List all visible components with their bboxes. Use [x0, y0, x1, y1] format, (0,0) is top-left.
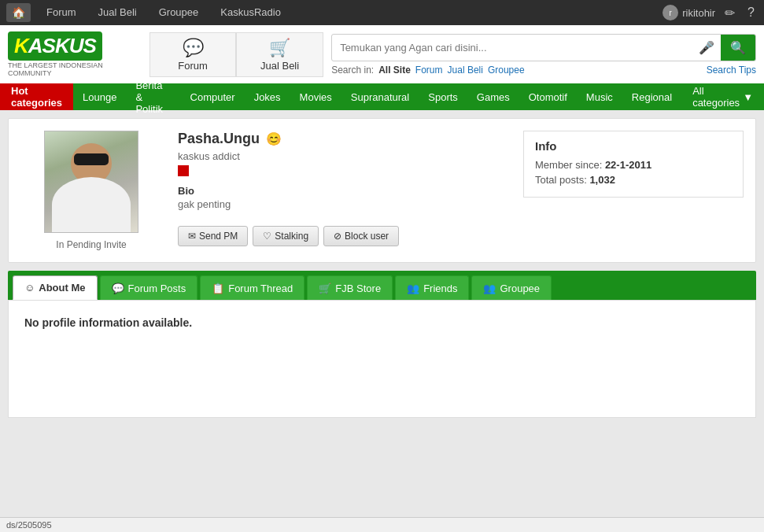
cat-regional[interactable]: Regional [622, 83, 681, 110]
tab-about-me[interactable]: ☺ About Me [13, 275, 98, 300]
logo[interactable]: KASKUS THE LARGEST INDONESIAN COMMUNITY [8, 31, 142, 77]
profile-center: Pasha.Ungu 😊 kaskus addict Bio gak penti… [178, 131, 507, 250]
profile-right: Info Member since: 22-1-2011 Total posts… [523, 131, 744, 250]
nav-buttons: 💬 Forum 🛒 Jual Beli [149, 32, 323, 77]
nav-link-forum[interactable]: Forum [35, 0, 87, 25]
tab-forum-thread-label: Forum Thread [228, 283, 293, 294]
cat-sports[interactable]: Sports [419, 83, 467, 110]
stalking-label: Stalking [275, 231, 308, 242]
jualbeli-icon: 🛒 [269, 38, 290, 58]
profile-actions: ✉ Send PM ♡ Stalking ⊘ Block user [178, 226, 507, 246]
profile-left: In Pending Invite [20, 131, 162, 250]
tab-fjb-store-label: FJB Store [335, 283, 381, 294]
top-nav: 🏠 Forum Jual Beli Groupee KaskusRadio r … [0, 0, 764, 25]
pending-label: In Pending Invite [56, 239, 126, 250]
tab-groupee[interactable]: 👥 Groupee [471, 275, 552, 300]
block-icon: ⊘ [334, 231, 341, 242]
all-categories[interactable]: All categories ▼ [681, 83, 764, 110]
avatar-image [45, 131, 138, 232]
filter-jualbeli[interactable]: Jual Beli [448, 65, 483, 76]
tab-forum-posts[interactable]: 💬 Forum Posts [100, 275, 198, 300]
info-title: Info [535, 139, 732, 153]
category-bar: Hot categories Lounge Berita & Politik C… [0, 83, 764, 110]
tab-friends[interactable]: 👥 Friends [395, 275, 469, 300]
top-nav-links: Forum Jual Beli Groupee KaskusRadio [35, 0, 663, 25]
filter-forum[interactable]: Forum [415, 65, 443, 76]
search-filter-label: Search in: [331, 65, 374, 76]
home-button[interactable]: 🏠 [6, 3, 31, 22]
nav-btn-jualbeli[interactable]: 🛒 Jual Beli [236, 32, 323, 77]
cat-music[interactable]: Music [577, 83, 622, 110]
rank-badge [178, 165, 189, 176]
pm-icon: ✉ [188, 231, 196, 242]
member-since-label: Member since: [535, 159, 602, 171]
info-box: Info Member since: 22-1-2011 Total posts… [523, 131, 744, 198]
user-menu[interactable]: r rikitohir [663, 5, 715, 20]
search-filters: Search in: All Site Forum Jual Beli Grou… [331, 65, 756, 76]
hot-categories[interactable]: Hot categories [0, 83, 73, 110]
groupee-icon: 👥 [483, 283, 496, 294]
forum-posts-icon: 💬 [112, 283, 124, 294]
cat-games[interactable]: Games [467, 83, 519, 110]
profile-rank: kaskus addict [178, 150, 507, 162]
nav-link-jualbeli[interactable]: Jual Beli [87, 0, 148, 25]
nav-btn-forum[interactable]: 💬 Forum [149, 32, 236, 77]
forum-thread-icon: 📋 [212, 283, 224, 294]
bio-label: Bio [178, 185, 507, 197]
tab-fjb-store[interactable]: 🛒 FJB Store [307, 275, 393, 300]
logo-k: K [14, 34, 28, 57]
tab-friends-label: Friends [423, 283, 457, 294]
tab-about-me-label: About Me [39, 282, 85, 294]
filter-all-site[interactable]: All Site [378, 65, 411, 76]
cat-lounge[interactable]: Lounge [73, 83, 126, 110]
nav-link-groupee[interactable]: Groupee [148, 0, 210, 25]
block-user-label: Block user [345, 231, 389, 242]
username-row: Pasha.Ungu 😊 [178, 131, 507, 147]
filter-groupee[interactable]: Groupee [488, 65, 525, 76]
tab-groupee-label: Groupee [500, 283, 540, 294]
profile-avatar [44, 131, 138, 233]
cat-movies[interactable]: Movies [290, 83, 341, 110]
about-me-icon: ☺ [24, 282, 35, 294]
search-area: 🎤 🔍 Search in: All Site Forum Jual Beli … [331, 34, 756, 76]
block-user-button[interactable]: ⊘ Block user [323, 226, 399, 246]
total-posts-value: 1,032 [589, 174, 615, 186]
all-categories-label: All categories [692, 85, 740, 109]
edit-icon[interactable]: ✏ [722, 6, 738, 20]
fjb-store-icon: 🛒 [319, 283, 331, 294]
cat-supranatural[interactable]: Supranatural [341, 83, 419, 110]
send-pm-button[interactable]: ✉ Send PM [178, 226, 248, 246]
search-button[interactable]: 🔍 [721, 35, 755, 61]
mic-icon[interactable]: 🎤 [692, 40, 721, 55]
profile-username: Pasha.Ungu [178, 131, 260, 147]
send-pm-label: Send PM [199, 231, 238, 242]
user-avatar-small: r [663, 5, 678, 20]
cat-berita[interactable]: Berita & Politik [126, 83, 180, 110]
tab-forum-posts-label: Forum Posts [128, 283, 186, 294]
search-tips[interactable]: Search Tips [707, 65, 756, 76]
logo-text: ASKUS [28, 34, 96, 57]
member-since-value: 22-1-2011 [605, 159, 651, 171]
profile-tabs: ☺ About Me 💬 Forum Posts 📋 Forum Thread … [8, 271, 756, 300]
forum-icon: 💬 [183, 38, 204, 58]
help-icon[interactable]: ? [744, 6, 758, 20]
total-posts-label: Total posts: [535, 174, 587, 186]
nav-btn-jualbeli-label: Jual Beli [260, 60, 299, 72]
no-info-text: No profile information available. [24, 316, 740, 329]
profile-card: In Pending Invite Pasha.Ungu 😊 kaskus ad… [8, 118, 756, 263]
logo-tagline: THE LARGEST INDONESIAN COMMUNITY [8, 61, 142, 77]
cat-otomotif[interactable]: Otomotif [519, 83, 577, 110]
cat-jokes[interactable]: Jokes [245, 83, 290, 110]
username-display: rikitohir [682, 7, 715, 19]
stalking-button[interactable]: ♡ Stalking [253, 226, 319, 246]
profile-emoji: 😊 [266, 131, 282, 146]
cat-computer[interactable]: Computer [181, 83, 245, 110]
chevron-down-icon: ▼ [743, 91, 753, 103]
tab-forum-thread[interactable]: 📋 Forum Thread [200, 275, 304, 300]
search-input[interactable] [332, 36, 692, 59]
top-nav-right: r rikitohir ✏ ? [663, 5, 758, 20]
stalking-icon: ♡ [263, 231, 271, 242]
total-posts-row: Total posts: 1,032 [535, 174, 732, 186]
nav-link-kaskusradio[interactable]: KaskusRadio [209, 0, 292, 25]
main-content: In Pending Invite Pasha.Ungu 😊 kaskus ad… [0, 110, 764, 426]
